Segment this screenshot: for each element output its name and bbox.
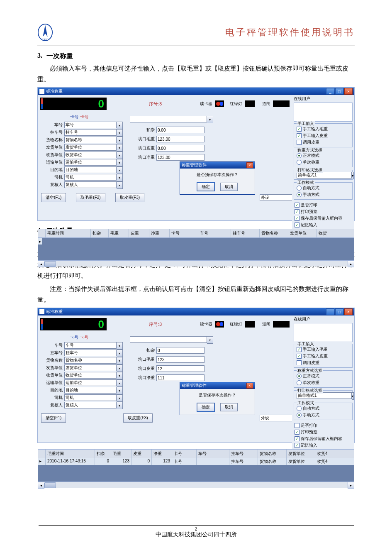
maximize-button[interactable]: □ xyxy=(335,308,343,315)
jz-input[interactable] xyxy=(156,154,205,161)
work-manual-radio[interactable]: 手动方式 xyxy=(297,412,350,418)
chevron-down-icon[interactable]: ▾ xyxy=(117,122,123,129)
chevron-down-icon[interactable]: ▾ xyxy=(352,172,354,179)
preview-checkbox[interactable]: ✓打印预览 xyxy=(295,209,352,215)
mz-input[interactable] xyxy=(156,136,205,142)
shipper-combo[interactable]: ▾ xyxy=(64,364,123,371)
scroll-right-button[interactable]: ▸ xyxy=(348,261,354,267)
mz-input[interactable] xyxy=(156,356,205,363)
remember-checkbox[interactable]: ✓记忆输入 xyxy=(295,222,352,228)
kz-input[interactable] xyxy=(156,347,205,354)
chevron-down-icon[interactable]: ▾ xyxy=(117,394,123,402)
carrier-combo[interactable]: ▾ xyxy=(64,379,123,386)
hscroll[interactable]: ◂ ▸ xyxy=(38,482,354,488)
goods-combo[interactable]: ▾ xyxy=(64,357,123,364)
table-row[interactable]: ▸ 2010-11-16 17:43:15 0 123 0 123 卡号 挂车号… xyxy=(38,458,354,465)
chevron-down-icon[interactable]: ▾ xyxy=(207,116,213,123)
work-auto-radio[interactable]: 自动方式 xyxy=(297,185,350,191)
chevron-down-icon[interactable]: ▾ xyxy=(117,350,123,357)
trailer-combo[interactable]: ▾ xyxy=(64,350,123,356)
chevron-down-icon[interactable]: ▾ xyxy=(117,379,123,387)
driver-combo[interactable]: ▾ xyxy=(64,174,123,181)
clear-button[interactable]: 清空(F1) xyxy=(41,193,66,202)
mode-single-radio[interactable]: 单次称重 xyxy=(297,380,350,386)
keep-input-checkbox[interactable]: ✓保存后保留输入框内容 xyxy=(295,436,352,442)
grid-body[interactable]: ▸ xyxy=(38,238,354,260)
dest-combo[interactable]: ▾ xyxy=(64,387,123,394)
manual-gross-checkbox[interactable]: ✓手工输入毛重 xyxy=(297,126,350,132)
chevron-down-icon[interactable]: ▾ xyxy=(117,357,123,364)
print-checkbox[interactable]: ✓是否打印 xyxy=(295,202,352,208)
pz-input[interactable] xyxy=(156,365,205,372)
receiver-combo[interactable]: ▾ xyxy=(64,372,123,379)
chevron-down-icon[interactable]: ▾ xyxy=(207,336,213,344)
manual-tare-checkbox[interactable]: ✓手工输入皮重 xyxy=(297,353,350,359)
goods-combo[interactable]: ▾ xyxy=(64,137,123,143)
keep-input-checkbox[interactable]: ✓保存后保留输入框内容 xyxy=(295,215,352,221)
carrier-combo[interactable]: ▾ xyxy=(64,159,123,166)
vehicle-combo[interactable]: ▾ xyxy=(64,342,123,349)
reviewer-combo[interactable]: ▾ xyxy=(64,181,123,188)
top-combo[interactable]: ▾ xyxy=(130,116,290,122)
dest-combo[interactable]: ▾ xyxy=(64,166,123,173)
close-button[interactable]: × xyxy=(344,88,353,95)
dialog-cancel-button[interactable]: 取消 xyxy=(220,183,238,191)
dialog-cancel-button[interactable]: 取消 xyxy=(220,403,238,411)
chevron-down-icon[interactable]: ▾ xyxy=(117,387,123,394)
chevron-down-icon[interactable]: ▾ xyxy=(117,144,123,152)
scroll-thumb[interactable] xyxy=(44,482,56,488)
remember-checkbox[interactable]: ✓记忆输入 xyxy=(295,443,352,448)
vehicle-combo[interactable]: ▾ xyxy=(64,122,123,128)
maximize-button[interactable]: □ xyxy=(335,88,343,95)
dialog-close-button[interactable]: × xyxy=(246,383,253,389)
mode-single-radio[interactable]: 单次称重 xyxy=(297,159,350,165)
grid-body[interactable]: ▸ 2010-11-16 17:43:15 0 123 0 123 卡号 挂车号… xyxy=(38,458,354,482)
infra-combo[interactable]: ▾ xyxy=(260,194,289,201)
clear-button[interactable]: 清空(F1) xyxy=(41,413,66,423)
chevron-down-icon[interactable]: ▾ xyxy=(352,392,354,400)
receiver-combo[interactable]: ▾ xyxy=(64,152,123,158)
chevron-down-icon[interactable]: ▾ xyxy=(117,174,123,181)
dialog-close-button[interactable]: × xyxy=(246,162,253,168)
hscroll[interactable]: ◂ ▸ xyxy=(38,260,354,266)
scroll-right-button[interactable]: ▸ xyxy=(348,482,354,489)
manual-gross-checkbox[interactable]: ✓手工输入毛重 xyxy=(297,347,350,352)
pz-input[interactable] xyxy=(156,145,205,152)
close-button[interactable]: × xyxy=(344,308,353,315)
scroll-thumb[interactable] xyxy=(44,261,56,267)
chevron-down-icon[interactable]: ▾ xyxy=(117,342,123,350)
jz-input[interactable] xyxy=(156,374,205,381)
tare-button[interactable]: 取皮重(F3) xyxy=(115,193,144,202)
mode-normal-radio[interactable]: 正常模式 xyxy=(297,153,350,159)
chevron-down-icon[interactable]: ▾ xyxy=(117,402,123,409)
chevron-down-icon[interactable]: ▾ xyxy=(117,181,123,189)
scroll-left-button[interactable]: ◂ xyxy=(38,261,44,267)
shipper-combo[interactable]: ▾ xyxy=(64,144,123,151)
chevron-down-icon[interactable]: ▾ xyxy=(117,152,123,159)
mode-normal-radio[interactable]: 正常模式 xyxy=(297,373,350,379)
scroll-left-button[interactable]: ◂ xyxy=(38,482,44,489)
chevron-down-icon[interactable]: ▾ xyxy=(117,364,123,372)
dialog-ok-button[interactable]: 确定 xyxy=(197,403,214,411)
chevron-down-icon[interactable]: ▾ xyxy=(117,166,123,174)
kz-input[interactable] xyxy=(156,127,205,133)
tare-button[interactable]: 取皮重(F3) xyxy=(123,413,152,423)
chevron-down-icon[interactable]: ▾ xyxy=(117,372,123,379)
print-checkbox[interactable]: 是否打印 xyxy=(295,423,352,428)
infra-combo[interactable]: ▾ xyxy=(260,415,289,421)
gross-button[interactable]: 取毛重(F2) xyxy=(76,193,105,202)
use-tare-checkbox[interactable]: 调用皮重 xyxy=(297,360,350,366)
preview-checkbox[interactable]: ✓打印预览 xyxy=(295,429,352,435)
chevron-down-icon[interactable]: ▾ xyxy=(117,137,123,144)
driver-combo[interactable]: ▾ xyxy=(64,394,123,401)
minimize-button[interactable]: _ xyxy=(326,88,334,95)
minimize-button[interactable]: _ xyxy=(326,308,334,315)
use-tare-checkbox[interactable]: 调用皮重 xyxy=(297,139,350,145)
chevron-down-icon[interactable]: ▾ xyxy=(117,159,123,166)
manual-tare-checkbox[interactable]: ✓手工输入皮重 xyxy=(297,133,350,139)
work-auto-radio[interactable]: 自动方式 xyxy=(297,406,350,411)
reviewer-combo[interactable]: ▾ xyxy=(64,402,123,408)
dialog-ok-button[interactable]: 确定 xyxy=(197,183,214,191)
work-manual-radio[interactable]: 手动方式 xyxy=(297,192,350,198)
chevron-down-icon[interactable]: ▾ xyxy=(117,129,123,137)
